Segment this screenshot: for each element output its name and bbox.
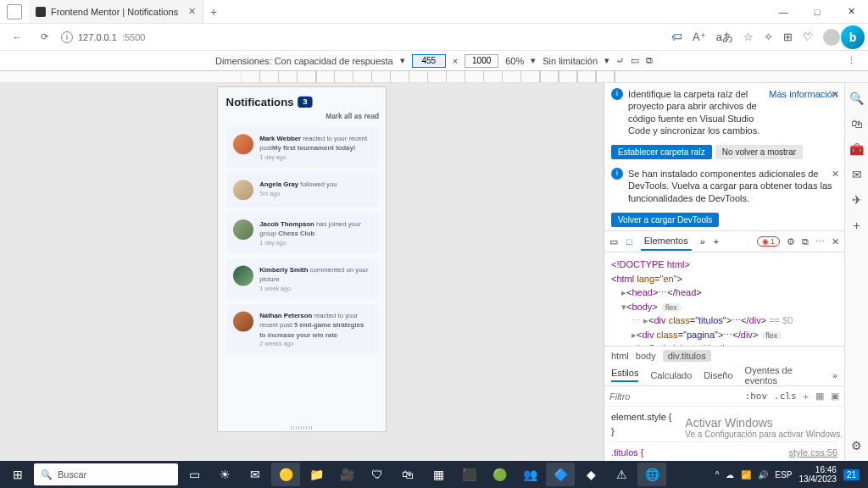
- notification-card[interactable]: Angela Gray followed you 5m ago: [226, 173, 380, 208]
- warning-icon[interactable]: ⚠: [607, 463, 636, 486]
- close-icon[interactable]: ✕: [832, 88, 839, 100]
- weather-icon[interactable]: ☀: [210, 463, 239, 486]
- cls-toggle[interactable]: .cls: [774, 391, 797, 402]
- outlook-icon[interactable]: ✉: [852, 168, 862, 181]
- close-icon[interactable]: ✕: [832, 236, 839, 247]
- obs-icon[interactable]: ⬛: [454, 463, 483, 486]
- more-tabs-icon[interactable]: »: [700, 236, 705, 247]
- favorite-icon[interactable]: ☆: [743, 30, 754, 43]
- box-model-icon[interactable]: ▣: [831, 391, 839, 402]
- refresh-button[interactable]: ⟳: [34, 27, 54, 47]
- flexbox-icon[interactable]: ▦: [815, 391, 824, 402]
- throttle-label[interactable]: Sin limitación: [542, 56, 598, 66]
- tab-computed[interactable]: Calculado: [650, 370, 692, 380]
- tab-styles[interactable]: Estilos: [611, 368, 638, 382]
- chevron-down-icon[interactable]: ▾: [531, 55, 536, 66]
- start-button[interactable]: ⊞: [3, 463, 32, 486]
- close-window-button[interactable]: ✕: [834, 0, 868, 24]
- dock-icon[interactable]: ⧉: [802, 236, 809, 247]
- more-icon[interactable]: ⋮: [847, 55, 856, 66]
- health-icon[interactable]: ♡: [803, 30, 813, 43]
- maximize-button[interactable]: □: [800, 0, 834, 24]
- fold-icon[interactable]: ⧉: [646, 55, 653, 66]
- hov-toggle[interactable]: :hov: [745, 391, 768, 402]
- notification-card[interactable]: Mark Webber reacted to your recent postM…: [226, 127, 380, 168]
- store-icon[interactable]: 🛍: [393, 463, 422, 486]
- bing-button[interactable]: b: [841, 25, 865, 49]
- more-icon[interactable]: »: [832, 370, 837, 380]
- settings-icon[interactable]: ⚙: [851, 439, 862, 452]
- mail-icon[interactable]: ✉: [241, 463, 270, 486]
- vscode-icon[interactable]: 🔷: [546, 463, 575, 486]
- profile-icon[interactable]: [823, 29, 840, 46]
- search-icon[interactable]: 🔍: [849, 92, 864, 105]
- minimize-button[interactable]: —: [766, 0, 800, 24]
- device-icon[interactable]: □: [626, 236, 632, 247]
- dont-show-button[interactable]: No volver a mostrar: [715, 145, 803, 159]
- new-rule-icon[interactable]: +: [804, 391, 809, 402]
- more-info-link[interactable]: Más información: [769, 88, 837, 136]
- extensions-icon[interactable]: ⊞: [783, 30, 793, 43]
- git-icon[interactable]: ◆: [576, 463, 605, 486]
- title-bar: Frontend Mentor | Notifications ✕ + — □ …: [0, 0, 868, 24]
- width-input[interactable]: [412, 54, 446, 68]
- taskbar-search[interactable]: 🔍 Buscar: [34, 463, 178, 485]
- add-tab-icon[interactable]: +: [714, 236, 719, 247]
- dimensions-label[interactable]: Dimensiones: Con capacidad de respuesta: [215, 56, 393, 66]
- notification-card[interactable]: Kimberly Smith commented on your picture…: [226, 258, 380, 299]
- chrome-icon[interactable]: 🟡: [271, 463, 300, 486]
- teams-icon[interactable]: 👥: [515, 463, 544, 486]
- reload-devtools-button[interactable]: Volver a cargar DevTools: [611, 213, 719, 227]
- filter-input[interactable]: [609, 391, 738, 402]
- system-tray[interactable]: ^ ☁ 📶 🔊 ESP 16:4613/4/2023 21: [715, 465, 865, 484]
- info-icon: i: [611, 88, 623, 100]
- chevron-down-icon[interactable]: ▾: [604, 55, 609, 66]
- screenshot-icon[interactable]: ▭: [631, 55, 639, 66]
- task-view-icon[interactable]: ▭: [180, 463, 209, 486]
- personal-tab-icon[interactable]: [7, 4, 22, 19]
- more-icon[interactable]: ⋯: [815, 236, 825, 247]
- tools-icon[interactable]: 🧰: [849, 142, 864, 156]
- rotate-icon[interactable]: ⤾: [616, 55, 624, 66]
- collections-icon[interactable]: ✧: [764, 30, 773, 43]
- browser-tab[interactable]: Frontend Mentor | Notifications ✕: [29, 0, 203, 23]
- shopping-icon[interactable]: 🛍: [851, 117, 863, 130]
- edge-icon[interactable]: 🌐: [637, 463, 666, 486]
- tab-listeners[interactable]: Oyentes de eventos: [745, 365, 821, 385]
- tab-elements[interactable]: Elementos: [641, 232, 692, 251]
- zoom-icon[interactable]: 🎥: [332, 463, 361, 486]
- avatar: [233, 219, 253, 240]
- read-aloud-icon[interactable]: A⁺: [693, 30, 706, 43]
- vpn-icon[interactable]: 🛡: [363, 463, 392, 486]
- close-icon[interactable]: ✕: [832, 168, 839, 180]
- excel-icon[interactable]: ▦: [424, 463, 453, 486]
- add-icon[interactable]: +: [853, 219, 860, 232]
- issues-badge[interactable]: ◉ 1: [757, 236, 780, 247]
- games-icon[interactable]: ✈: [852, 193, 862, 207]
- devtools-tabs: ▭ □ Elementos » + ◉ 1 ⚙ ⧉ ⋯ ✕: [604, 230, 844, 252]
- wifi-icon: 📶: [741, 470, 751, 480]
- explorer-icon[interactable]: 📁: [302, 463, 331, 486]
- gear-icon[interactable]: ⚙: [787, 236, 795, 247]
- chevron-down-icon[interactable]: ▾: [400, 55, 405, 66]
- close-tab-icon[interactable]: ✕: [188, 6, 196, 17]
- mark-all-read-button[interactable]: Mark all as read: [226, 112, 380, 120]
- resize-handle[interactable]: [291, 426, 313, 430]
- site-info-icon[interactable]: i: [61, 31, 73, 43]
- tab-layout[interactable]: Diseño: [704, 370, 732, 380]
- notification-card[interactable]: Jacob Thompson has joined your group Che…: [226, 213, 380, 253]
- set-root-button[interactable]: Establecer carpeta raíz: [611, 145, 712, 159]
- zoom-label[interactable]: 60%: [505, 56, 524, 66]
- notification-card[interactable]: Nathan Peterson reacted to your recent p…: [226, 304, 380, 354]
- tag-icon[interactable]: 🏷: [671, 30, 682, 43]
- dom-tree[interactable]: <!DOCTYPE html> <html lang="en"> ▸<head>…: [604, 252, 844, 346]
- language-indicator: ESP: [775, 470, 792, 480]
- spotify-icon[interactable]: 🟢: [485, 463, 514, 486]
- height-input[interactable]: [465, 54, 498, 68]
- back-button[interactable]: ←: [7, 27, 27, 47]
- url-field[interactable]: i 127.0.0.1:5500: [61, 31, 145, 43]
- new-tab-button[interactable]: +: [203, 5, 224, 19]
- translate-icon[interactable]: aあ: [716, 30, 733, 45]
- inspect-icon[interactable]: ▭: [609, 236, 618, 247]
- breadcrumb[interactable]: html body div.titulos: [604, 346, 844, 364]
